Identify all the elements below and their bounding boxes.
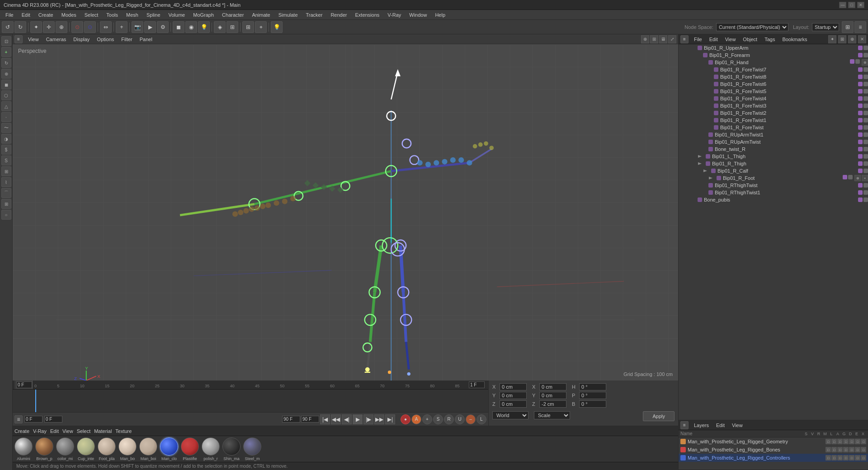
- step-fwd-btn[interactable]: ▶▶: [374, 414, 384, 424]
- menu-volume[interactable]: Volume: [165, 11, 189, 19]
- close-button[interactable]: ✕: [857, 2, 864, 8]
- layer-bones-icon7[interactable]: □: [861, 447, 866, 452]
- layer-ctrl-icon2[interactable]: □: [831, 455, 837, 461]
- om-edit-menu[interactable]: Edit: [708, 36, 720, 43]
- layer-ctrl-icon4[interactable]: □: [843, 455, 849, 461]
- sidebar-sphere[interactable]: ○: [1, 210, 11, 220]
- layers-menu-btn[interactable]: ≡: [680, 421, 689, 429]
- menu-render[interactable]: Render: [327, 11, 350, 19]
- mat-material-menu[interactable]: Material: [94, 428, 112, 434]
- menu-vray[interactable]: V-Ray: [384, 11, 405, 19]
- om-icon3[interactable]: ⊕: [848, 35, 856, 43]
- layer-geo-icon4[interactable]: □: [843, 439, 849, 444]
- tree-item-uparmtwist1[interactable]: Bip01_RUpArmTwist1: [679, 131, 868, 138]
- material-cupinte[interactable]: Cup_inte: [77, 437, 95, 461]
- layer-bones-icon4[interactable]: □: [843, 447, 849, 452]
- layer-ctrl-icon7[interactable]: □: [861, 455, 866, 461]
- tree-item-foretwist8[interactable]: Bip01_R_ForeTwist8: [679, 73, 868, 80]
- undo-button[interactable]: ↺: [2, 21, 14, 33]
- om-icon2[interactable]: ⊞: [838, 35, 846, 43]
- tree-item-rfoot[interactable]: Bip01_R_Foot ⊕ ×: [679, 174, 868, 182]
- sidebar-loop[interactable]: ⊞: [1, 166, 11, 176]
- material-steelm[interactable]: Steel_m: [243, 437, 261, 461]
- om-view-menu[interactable]: View: [723, 36, 738, 43]
- maximize-button[interactable]: □: [848, 2, 855, 8]
- menu-window[interactable]: Window: [406, 11, 430, 19]
- layer-controllers[interactable]: Man_with_Prosthetic_Leg_Rigged_Controlle…: [679, 454, 868, 462]
- vp-fit-btn[interactable]: ⊕: [641, 35, 649, 43]
- kf-rot-btn[interactable]: R: [444, 414, 454, 424]
- layer-ctrl-icon6[interactable]: □: [855, 455, 860, 461]
- mat-view-menu[interactable]: View: [62, 428, 73, 434]
- kf-scale-btn[interactable]: S: [433, 414, 443, 424]
- layer-bones-icon5[interactable]: □: [849, 447, 854, 452]
- x-pos-input[interactable]: [500, 383, 527, 390]
- timeline-menu-btn[interactable]: ≡: [14, 415, 23, 423]
- material-alumini[interactable]: Alumini: [14, 437, 33, 461]
- om-bookmarks-menu[interactable]: Bookmarks: [780, 36, 809, 43]
- fps-field2[interactable]: [301, 416, 319, 423]
- current-frame-input[interactable]: [469, 381, 485, 388]
- menu-mesh[interactable]: Mesh: [123, 11, 142, 19]
- tree-item-rcalf[interactable]: Bip01_R_Calf: [679, 167, 868, 174]
- om-tree[interactable]: Bip01_R_UpperArm Bip01_R_Forearm: [679, 44, 868, 420]
- menu-spline[interactable]: Spline: [143, 11, 164, 19]
- layer-ctrl-icon1[interactable]: □: [826, 455, 831, 461]
- vp-render-btn[interactable]: 🖥: [659, 35, 667, 43]
- material-polishr[interactable]: polish_r: [202, 437, 220, 461]
- sidebar-dollar[interactable]: $: [1, 145, 11, 155]
- tree-item-foretwist7[interactable]: Bip01_R_ForeTwist7: [679, 66, 868, 73]
- prev-key-btn[interactable]: ◀|: [342, 414, 352, 424]
- om-icon1[interactable]: ✦: [828, 35, 836, 43]
- tree-item-bonetwist[interactable]: Bone_twist_R: [679, 146, 868, 153]
- mat-create-menu[interactable]: Create: [14, 428, 29, 434]
- menu-tools[interactable]: Tools: [103, 11, 122, 19]
- om-tags-menu[interactable]: Tags: [763, 36, 777, 43]
- sidebar-s[interactable]: S: [1, 155, 11, 165]
- p-input[interactable]: [579, 392, 606, 399]
- menu-file[interactable]: File: [2, 11, 17, 19]
- select-tool[interactable]: ✦: [30, 21, 42, 33]
- layer-geo-icon6[interactable]: □: [855, 439, 860, 444]
- tree-item-foretwist1[interactable]: Bip01_R_ForeTwist1: [679, 117, 868, 124]
- mat-select-menu[interactable]: Select: [77, 428, 91, 434]
- move-tool[interactable]: ✛: [43, 21, 55, 33]
- layer-bones-icon1[interactable]: □: [826, 447, 831, 452]
- kf-pos-btn[interactable]: +: [422, 414, 432, 424]
- mat-edit-menu[interactable]: Edit: [50, 428, 59, 434]
- layers-view-menu[interactable]: View: [730, 422, 745, 429]
- sidebar-cube[interactable]: ◼: [1, 80, 11, 89]
- mat-vray-menu[interactable]: V-Ray: [33, 428, 47, 434]
- sidebar-scale[interactable]: ⊕: [1, 69, 11, 79]
- material-footpla[interactable]: Foot_pla: [98, 437, 116, 461]
- fps-field1[interactable]: [282, 416, 300, 423]
- material-manclo[interactable]: Man_clo: [160, 437, 178, 461]
- tree-item-foretwist[interactable]: Bip01_R_ForeTwist: [679, 124, 868, 131]
- tree-item-foretwist6[interactable]: Bip01_R_ForeTwist6: [679, 80, 868, 88]
- snap-btn[interactable]: ⌖: [255, 21, 267, 33]
- light-btn[interactable]: 💡: [198, 21, 210, 33]
- next-key-btn[interactable]: |▶: [363, 414, 373, 424]
- layer-geo-icon3[interactable]: □: [837, 439, 843, 444]
- menu-animate[interactable]: Animate: [248, 11, 274, 19]
- layer-geo-icon2[interactable]: □: [831, 439, 837, 444]
- go-start-btn[interactable]: |◀: [320, 414, 330, 424]
- y-pos-input[interactable]: [500, 392, 527, 399]
- layer-geo-icon1[interactable]: □: [826, 439, 831, 444]
- layer-ctrl-icon3[interactable]: □: [837, 455, 843, 461]
- cube-btn[interactable]: ◼: [173, 21, 184, 33]
- tree-item-foretwist3[interactable]: Bip01_R_ForeTwist3: [679, 102, 868, 109]
- tree-item-foretwist5[interactable]: Bip01_R_ForeTwist5: [679, 88, 868, 95]
- sidebar-bend[interactable]: ⌒: [1, 188, 11, 198]
- grid-btn[interactable]: ⊞: [242, 21, 254, 33]
- material-colorm[interactable]: color_mi: [56, 437, 74, 461]
- tree-item-rthigh[interactable]: Bip01_R_Thigh: [679, 160, 868, 167]
- layout-select[interactable]: Startup: [812, 23, 839, 31]
- material-manboi[interactable]: Man_boi: [139, 437, 157, 461]
- mat-texture-menu[interactable]: Texture: [115, 428, 132, 434]
- sidebar-move[interactable]: +: [1, 47, 11, 57]
- sidebar-brush[interactable]: ⌇: [1, 177, 11, 187]
- tree-item-hand[interactable]: Bip01_R_Hand ⊕: [679, 59, 868, 66]
- new-obj-button[interactable]: +: [116, 21, 127, 33]
- tree-item-bonepubis[interactable]: Bone_pubis: [679, 196, 868, 203]
